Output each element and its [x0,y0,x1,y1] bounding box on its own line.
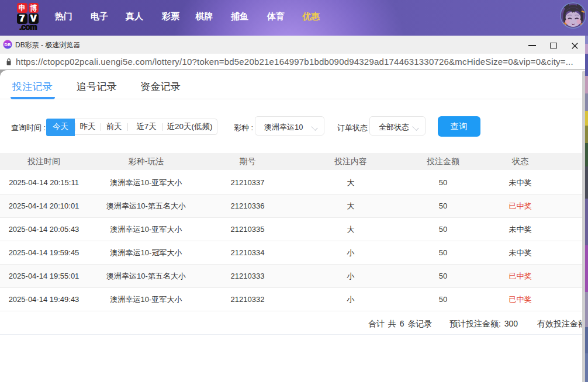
svg-text:DB: DB [5,42,11,47]
